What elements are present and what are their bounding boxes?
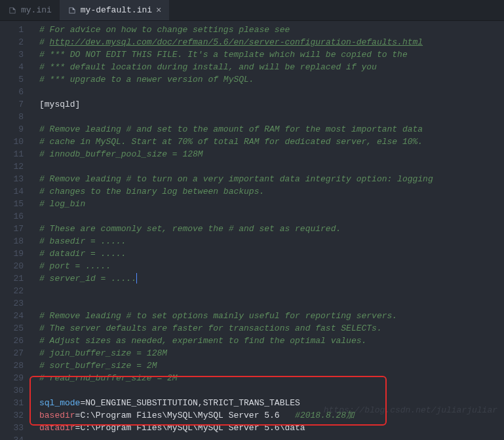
tab-my-ini[interactable]: my.ini	[0, 0, 60, 20]
line-number: 21	[0, 272, 33, 285]
file-icon	[8, 6, 17, 15]
code-area[interactable]: # For advice on how to change settings p…	[33, 21, 504, 440]
code-line[interactable]: # http://dev.mysql.com/doc/refman/5.6/en…	[39, 36, 504, 48]
code-line[interactable]: # These are commonly set, remove the # a…	[39, 223, 504, 235]
code-line[interactable]: # The server defaults are faster for tra…	[39, 322, 504, 335]
code-line[interactable]: # Remove leading # and set to the amount…	[39, 123, 504, 136]
code-line[interactable]: # *** DO NOT EDIT THIS FILE. It's a temp…	[39, 48, 504, 61]
line-number: 11	[0, 148, 33, 160]
code-line[interactable]: datadir=C:\Program Files\MySQL\MySQL Ser…	[39, 422, 504, 434]
code-line[interactable]: # Remove leading # to turn on a very imp…	[39, 173, 504, 185]
line-number: 17	[0, 223, 33, 235]
line-number: 18	[0, 235, 33, 248]
line-number: 19	[0, 248, 33, 260]
line-number: 23	[0, 297, 33, 310]
line-number: 10	[0, 136, 33, 148]
code-line[interactable]: # basedir = .....	[39, 235, 504, 248]
code-line[interactable]: # innodb_buffer_pool_size = 128M	[39, 148, 504, 160]
tab-bar: my.ini my-default.ini ×	[0, 0, 504, 21]
code-line[interactable]: # *** default location during install, a…	[39, 61, 504, 73]
line-number: 32	[0, 409, 33, 422]
line-number: 30	[0, 384, 33, 397]
line-number: 12	[0, 160, 33, 173]
line-number-gutter: 1234567891011121314151617181920212223242…	[0, 21, 33, 440]
line-number: 33	[0, 422, 33, 434]
code-line[interactable]	[39, 210, 504, 223]
line-number: 26	[0, 335, 33, 347]
line-number: 5	[0, 73, 33, 86]
line-number: 3	[0, 48, 33, 61]
code-line[interactable]: [mysqld]	[39, 98, 504, 111]
line-number: 22	[0, 285, 33, 297]
tab-label: my.ini	[21, 5, 52, 15]
line-number: 25	[0, 322, 33, 335]
code-line[interactable]: # Adjust sizes as needed, experiment to …	[39, 335, 504, 347]
line-number: 13	[0, 173, 33, 185]
code-line[interactable]: sql_mode=NO_ENGINE_SUBSTITUTION,STRICT_T…	[39, 397, 504, 409]
code-line[interactable]	[39, 297, 504, 310]
line-number: 14	[0, 185, 33, 198]
close-icon[interactable]: ×	[156, 5, 161, 16]
line-number: 8	[0, 111, 33, 123]
code-editor[interactable]: 1234567891011121314151617181920212223242…	[0, 21, 504, 440]
line-number: 20	[0, 260, 33, 272]
line-number: 29	[0, 372, 33, 384]
tab-my-default-ini[interactable]: my-default.ini ×	[60, 0, 170, 20]
code-line[interactable]	[39, 384, 504, 397]
line-number: 1	[0, 24, 33, 36]
line-number: 15	[0, 198, 33, 210]
code-line[interactable]: # datadir = .....	[39, 248, 504, 260]
line-number: 2	[0, 36, 33, 48]
line-number: 34	[0, 434, 33, 440]
code-line[interactable]: # log_bin	[39, 198, 504, 210]
code-line[interactable]: # changes to the binary log between back…	[39, 185, 504, 198]
tab-label: my-default.ini	[81, 5, 152, 15]
code-line[interactable]	[39, 86, 504, 98]
line-number: 16	[0, 210, 33, 223]
line-number: 4	[0, 61, 33, 73]
code-line[interactable]: basedir=C:\Program Files\MySQL\MySQL Ser…	[39, 409, 504, 422]
code-line[interactable]: # *** upgrade to a newer version of MySQ…	[39, 73, 504, 86]
code-line[interactable]	[39, 160, 504, 173]
code-line[interactable]	[39, 434, 504, 440]
code-line[interactable]	[39, 285, 504, 297]
code-line[interactable]: # join_buffer_size = 128M	[39, 347, 504, 359]
line-number: 24	[0, 310, 33, 322]
line-number: 7	[0, 98, 33, 111]
line-number: 27	[0, 347, 33, 359]
code-line[interactable]: # Remove leading # to set options mainly…	[39, 310, 504, 322]
line-number: 28	[0, 359, 33, 372]
code-line[interactable]	[39, 111, 504, 123]
file-icon	[68, 6, 77, 15]
code-line[interactable]: # read_rnd_buffer_size = 2M	[39, 372, 504, 384]
line-number: 31	[0, 397, 33, 409]
line-number: 9	[0, 123, 33, 136]
code-line[interactable]: # server_id = .....	[39, 272, 504, 285]
code-line[interactable]: # For advice on how to change settings p…	[39, 24, 504, 36]
text-cursor	[136, 273, 137, 284]
code-line[interactable]: # port = .....	[39, 260, 504, 272]
code-line[interactable]: # sort_buffer_size = 2M	[39, 359, 504, 372]
code-line[interactable]: # cache in MySQL. Start at 70% of total …	[39, 136, 504, 148]
line-number: 6	[0, 86, 33, 98]
